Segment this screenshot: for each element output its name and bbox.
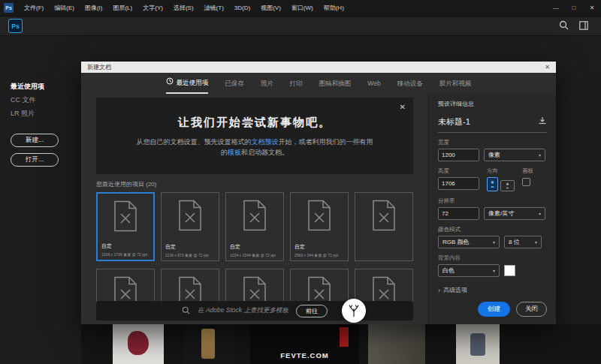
document-icon	[371, 200, 397, 231]
go-button[interactable]: 前往	[296, 305, 328, 317]
search-icon[interactable]	[559, 20, 569, 33]
menu-image[interactable]: 图像(I)	[80, 0, 108, 17]
poster-red-seal	[340, 327, 349, 347]
tab-saved[interactable]: 已保存	[225, 73, 244, 94]
color-mode-select[interactable]: RGB 颜色 ▾	[438, 236, 500, 248]
resolution-input[interactable]	[438, 207, 479, 220]
orientation-label: 方向	[487, 167, 515, 175]
preset-details-panel: 预设详细信息 未标题-1 宽度 像素 ▾	[428, 94, 556, 324]
banner-text: 开始，或者利用我们的一些有用	[279, 138, 373, 146]
tab-art-illustration[interactable]: 图稿和插图	[319, 73, 352, 94]
recent-files-strip: FEVTE.COM	[81, 324, 601, 364]
document-icon	[113, 200, 138, 232]
tab-mobile[interactable]: 移动设备	[397, 73, 423, 94]
recent-preset-card[interactable]: 自定 2560 x 344 像素 @ 72 ppi	[290, 192, 349, 261]
tab-recent[interactable]: 最近使用项	[166, 73, 209, 94]
tab-photo[interactable]: 照片	[261, 73, 273, 94]
height-label: 高度	[438, 167, 479, 175]
background-color-swatch[interactable]	[504, 265, 515, 276]
menu-select[interactable]: 选择(S)	[168, 0, 199, 17]
recent-file-thumbnail[interactable]	[456, 324, 500, 364]
recent-preset-card[interactable]	[96, 269, 155, 305]
menu-filter[interactable]: 滤镜(T)	[199, 0, 229, 17]
banner-title: 让我们开始尝试新事物吧。	[96, 116, 413, 130]
banner-body: 从您自己的文档设置、预先设置格式的文档预设开始，或者利用我们的一些有用 的模板和…	[96, 137, 413, 158]
menu-file[interactable]: 文件(F)	[19, 0, 49, 17]
sidebar-item-lr-photos[interactable]: LR 照片	[0, 107, 81, 120]
width-input[interactable]	[438, 149, 479, 161]
flower-image	[128, 331, 149, 355]
width-unit-value: 像素	[488, 151, 500, 159]
height-input[interactable]	[438, 177, 479, 190]
app-toolbar: Ps	[0, 17, 601, 36]
document-icon	[242, 200, 267, 231]
templates-link[interactable]: 模板	[228, 149, 241, 156]
recent-preset-card[interactable]	[225, 269, 284, 305]
portrait-orientation-button[interactable]	[487, 177, 498, 191]
clock-icon	[166, 73, 174, 92]
maximize-button[interactable]: □	[565, 0, 583, 17]
preset-meta: 2560 x 344 像素 @ 72 ppi	[294, 253, 338, 258]
create-button[interactable]: 创建	[478, 302, 510, 317]
tab-web[interactable]: Web	[367, 73, 380, 94]
open-file-button[interactable]: 打开...	[11, 153, 59, 167]
menu-type[interactable]: 文字(Y)	[137, 0, 168, 17]
advanced-options-toggle[interactable]: › 高级选项	[438, 286, 547, 294]
recent-preset-card[interactable]: 自定 1234 x 1544 像素 @ 72 ppi	[225, 192, 284, 261]
resolution-unit-select[interactable]: 像素/英寸 ▾	[484, 207, 545, 220]
width-label: 宽度	[438, 139, 547, 146]
search-icon	[182, 304, 190, 317]
recent-preset-card[interactable]	[161, 269, 219, 305]
banner-close-icon[interactable]: ✕	[400, 103, 406, 111]
save-preset-icon[interactable]	[538, 115, 547, 128]
recent-file-thumbnail[interactable]	[113, 324, 164, 364]
close-button[interactable]: 关闭	[516, 302, 547, 317]
workspace-switcher-icon[interactable]	[579, 20, 588, 33]
tab-label: 胶片和视频	[439, 74, 472, 93]
background-label: 背景内容	[438, 254, 547, 262]
resolution-label: 分辨率	[438, 197, 547, 205]
menu-3d[interactable]: 3D(D)	[229, 0, 255, 17]
chevron-right-icon: ›	[438, 287, 440, 294]
menu-view[interactable]: 视图(V)	[255, 0, 286, 17]
background-value: 白色	[442, 266, 455, 275]
recent-preset-card[interactable]	[355, 192, 413, 261]
recent-preset-card[interactable]	[355, 269, 413, 305]
sidebar-item-cc-files[interactable]: CC 文件	[0, 93, 81, 107]
phone-image	[201, 329, 215, 359]
recent-file-thumbnail[interactable]: FEVTE.COM	[250, 324, 359, 364]
sidebar-item-recent[interactable]: 最近使用项	[0, 80, 81, 93]
tab-label: 已保存	[225, 74, 244, 93]
recent-preset-card[interactable]: 自定 1139 x 673 像素 @ 72 ppi	[161, 192, 219, 261]
preset-category-tabs: 最近使用项 已保存 照片 打印 图稿和插图 Web 移动设备 胶片和视频	[81, 73, 556, 94]
background-select[interactable]: 白色 ▾	[438, 264, 500, 277]
photoshop-home-icon[interactable]: Ps	[8, 19, 23, 33]
preset-name: 自定	[101, 242, 112, 250]
new-file-button[interactable]: 新建...	[11, 134, 59, 147]
home-sidebar: 最近使用项 CC 文件 LR 照片 新建... 打开...	[0, 36, 81, 364]
tab-print[interactable]: 打印	[290, 73, 303, 94]
menu-window[interactable]: 窗口(W)	[286, 0, 319, 17]
menu-layer[interactable]: 图层(L)	[107, 0, 137, 17]
color-mode-value: RGB 颜色	[442, 238, 470, 246]
recent-preset-card[interactable]	[290, 269, 349, 305]
close-window-button[interactable]: ✕	[583, 0, 601, 17]
dialog-left-pane: ✕ 让我们开始尝试新事物吧。 从您自己的文档设置、预先设置格式的文档预设开始，或…	[81, 94, 428, 324]
document-name-field[interactable]: 未标题-1	[438, 116, 538, 128]
tab-film-video[interactable]: 胶片和视频	[439, 73, 472, 94]
tab-label: 打印	[290, 74, 303, 93]
doc-presets-link[interactable]: 文档预设	[252, 138, 279, 146]
artboard-checkbox[interactable]	[522, 178, 530, 186]
banner-text: 从您自己的文档设置、预先设置格式的	[137, 138, 252, 146]
minimize-button[interactable]: —	[547, 0, 565, 17]
width-unit-select[interactable]: 像素 ▾	[484, 149, 545, 161]
chevron-down-icon: ▾	[539, 211, 541, 216]
dialog-close-icon[interactable]: ✕	[545, 62, 550, 73]
menu-edit[interactable]: 编辑(E)	[49, 0, 80, 17]
menu-help[interactable]: 帮助(H)	[319, 0, 349, 17]
bit-depth-select[interactable]: 8 位 ▾	[504, 236, 542, 248]
recent-file-thumbnail[interactable]	[183, 324, 234, 364]
landscape-orientation-button[interactable]	[500, 180, 515, 191]
recent-preset-card[interactable]: 自定 1206 x 1706 像素 @ 72 ppi	[96, 192, 155, 261]
recent-file-thumbnail[interactable]	[368, 324, 425, 364]
